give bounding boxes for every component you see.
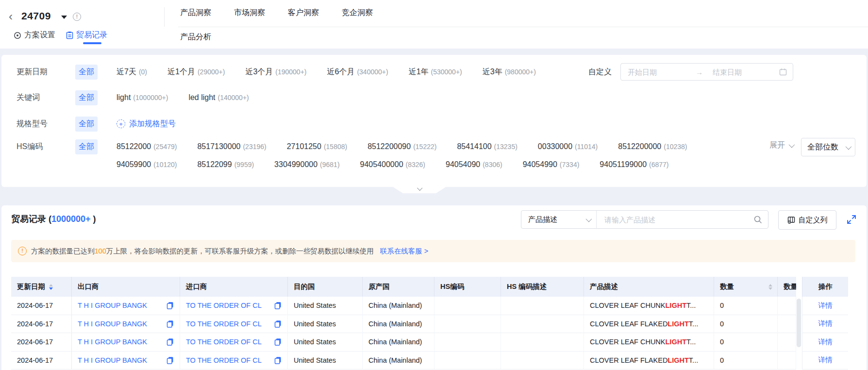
- update-date-options: 近7天(0) 近1个月(29000+) 近3个月(190000+) 近6个月(3…: [117, 67, 536, 77]
- header-label: 目的国: [294, 282, 315, 291]
- copy-icon[interactable]: [274, 302, 282, 309]
- back-icon[interactable]: ‹: [9, 11, 13, 22]
- detail-link[interactable]: 详情: [818, 301, 833, 310]
- cell-date: 2024-06-17: [11, 352, 72, 370]
- keyword-option-led-light[interactable]: led light(140000+): [188, 93, 249, 102]
- plan-dropdown-caret-icon[interactable]: [61, 16, 67, 19]
- detail-link[interactable]: 详情: [818, 355, 833, 365]
- cell-origin: China (Mainland): [363, 297, 434, 315]
- copy-icon[interactable]: [167, 356, 174, 364]
- destination-value: United States: [294, 320, 336, 328]
- custom-date-label[interactable]: 自定义: [588, 67, 612, 77]
- end-date-input[interactable]: [712, 67, 766, 77]
- info-icon[interactable]: !: [73, 13, 81, 21]
- copy-icon[interactable]: [167, 302, 174, 309]
- cell-importer: TO THE ORDER OF CL: [180, 352, 288, 370]
- update-date-all-chip[interactable]: 全部: [75, 65, 98, 80]
- tab-market-insight[interactable]: 市场洞察: [234, 8, 265, 18]
- copy-icon[interactable]: [274, 356, 282, 364]
- option-count: (23196): [243, 143, 266, 151]
- option-text: 3304990000: [274, 160, 317, 169]
- quantity-value: 0: [720, 356, 724, 364]
- collapse-filters-tab[interactable]: [392, 186, 447, 193]
- contact-support-link[interactable]: 联系在线客服 >: [380, 247, 429, 256]
- table-row: 2024-06-17 T H I GROUP BANGK TO THE ORDE…: [11, 315, 848, 334]
- cell-origin: China (Mainland): [363, 315, 434, 334]
- quantity-value: 0: [720, 320, 724, 328]
- option-count: (6877): [649, 161, 668, 168]
- date-option-6m[interactable]: 近6个月(340000+): [327, 67, 388, 77]
- option-count: (13235): [494, 143, 517, 151]
- fullscreen-icon[interactable]: [846, 214, 857, 225]
- start-date-input[interactable]: [627, 67, 681, 77]
- hs-option[interactable]: 94051199000(6877): [600, 160, 668, 169]
- cell-hs-code: [434, 315, 501, 334]
- vertical-scrollbar[interactable]: [797, 299, 801, 347]
- hs-option[interactable]: 3304990000(9681): [274, 160, 339, 169]
- hs-option[interactable]: 8517130000(23196): [197, 142, 266, 151]
- hs-option[interactable]: 85122000(25479): [117, 142, 177, 151]
- tab-product-analysis[interactable]: 产品分析: [180, 32, 211, 42]
- header-destination: 目的国: [288, 277, 363, 297]
- exporter-link[interactable]: T H I GROUP BANGK: [78, 320, 147, 328]
- hs-expand-toggle[interactable]: 展开: [769, 140, 793, 151]
- hs-option[interactable]: 8512200090(15222): [367, 142, 436, 151]
- date-range-picker[interactable]: →: [620, 63, 793, 81]
- hs-option[interactable]: 94059900(10120): [117, 160, 177, 169]
- importer-link[interactable]: TO THE ORDER OF CL: [186, 356, 262, 364]
- hs-option[interactable]: 85122099(9959): [197, 160, 254, 169]
- copy-icon[interactable]: [167, 320, 174, 328]
- exporter-link[interactable]: T H I GROUP BANGK: [78, 302, 147, 309]
- option-count: (10238): [664, 143, 687, 151]
- keyword-all-chip[interactable]: 全部: [75, 90, 98, 105]
- tab-trade-records[interactable]: 贸易记录: [66, 30, 107, 40]
- hs-option[interactable]: 27101250(15808): [287, 142, 347, 151]
- search-field-select[interactable]: 产品描述: [521, 211, 597, 228]
- tab-plan-settings[interactable]: 方案设置: [14, 30, 55, 40]
- detail-link[interactable]: 详情: [818, 337, 833, 347]
- copy-icon[interactable]: [274, 320, 282, 328]
- sort-control-date[interactable]: [49, 284, 53, 290]
- importer-link[interactable]: TO THE ORDER OF CL: [186, 320, 262, 328]
- date-value: 2024-06-17: [17, 356, 53, 364]
- option-count: (9959): [234, 161, 254, 168]
- header-label: 原产国: [368, 282, 390, 291]
- copy-icon[interactable]: [167, 338, 174, 346]
- exporter-link[interactable]: T H I GROUP BANGK: [78, 338, 147, 346]
- spec-all-chip[interactable]: 全部: [75, 117, 98, 132]
- date-option-1y[interactable]: 近1年(530000+): [409, 67, 462, 77]
- search-icon[interactable]: [753, 215, 762, 224]
- date-option-1m[interactable]: 近1个月(29000+): [167, 67, 225, 77]
- table-row: 2024-06-17 T H I GROUP BANGK TO THE ORDE…: [11, 333, 848, 352]
- detail-link[interactable]: 详情: [818, 319, 833, 328]
- option-text: 8512200090: [367, 142, 411, 151]
- hs-option[interactable]: 85414100(13235): [457, 142, 517, 151]
- date-option-7d[interactable]: 近7天(0): [117, 67, 147, 77]
- hs-option[interactable]: 00330000(11014): [538, 142, 598, 151]
- importer-link[interactable]: TO THE ORDER OF CL: [186, 302, 262, 309]
- sort-control-quantity[interactable]: [768, 284, 772, 290]
- hs-digits-select[interactable]: 全部位数: [801, 138, 855, 156]
- exporter-link[interactable]: T H I GROUP BANGK: [78, 356, 147, 364]
- option-text: 8517130000: [197, 142, 240, 151]
- keyword-option-light[interactable]: light(1000000+): [117, 93, 168, 102]
- header-label: 操作: [818, 282, 833, 291]
- tab-product-insight[interactable]: 产品洞察: [180, 8, 211, 18]
- customize-columns-button[interactable]: 自定义列: [778, 210, 836, 230]
- tab-competitor-insight[interactable]: 竞企洞察: [342, 8, 373, 18]
- hs-option[interactable]: 8512200000(10238): [618, 142, 687, 151]
- header-label: 产品描述: [590, 282, 618, 291]
- hs-all-chip[interactable]: 全部: [75, 139, 98, 154]
- date-option-3y[interactable]: 近3年(980000+): [483, 67, 536, 77]
- search-input[interactable]: [603, 215, 753, 224]
- importer-link[interactable]: TO THE ORDER OF CL: [186, 338, 262, 346]
- add-spec-button[interactable]: + 添加规格型号: [117, 119, 176, 129]
- hs-option[interactable]: 9405400000(8326): [360, 160, 425, 169]
- tab-customer-insight[interactable]: 客户洞察: [288, 8, 319, 18]
- date-option-3m[interactable]: 近3个月(190000+): [245, 67, 306, 77]
- copy-icon[interactable]: [274, 338, 282, 346]
- cell-date: 2024-06-17: [11, 333, 72, 352]
- hs-option[interactable]: 94054090(8306): [446, 160, 502, 169]
- hs-option[interactable]: 94054990(7334): [523, 160, 580, 169]
- plan-id[interactable]: 24709: [21, 10, 51, 22]
